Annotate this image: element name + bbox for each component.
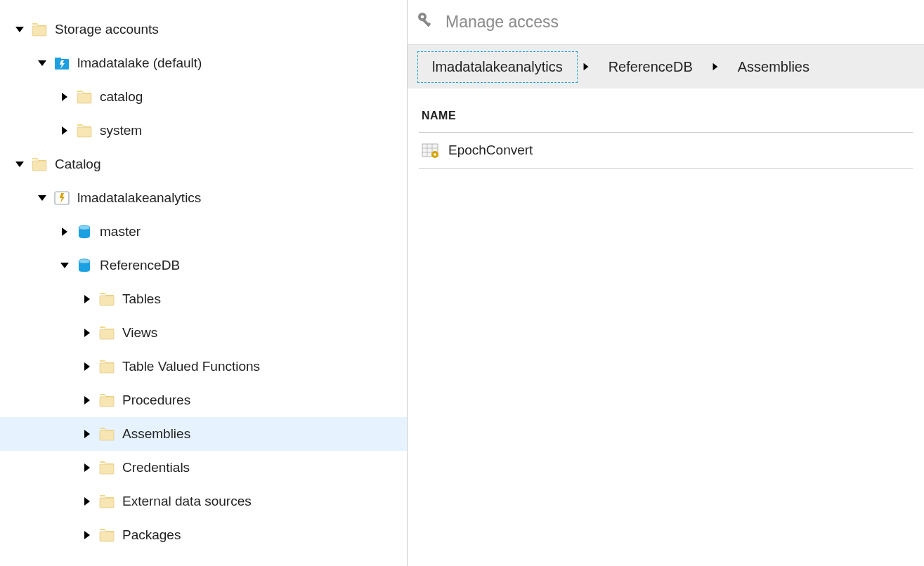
database-icon <box>76 257 93 274</box>
column-header-name[interactable]: NAME <box>422 110 456 122</box>
tree-node-storage-accounts[interactable]: Storage accounts <box>0 13 407 46</box>
chevron-right-icon[interactable] <box>79 527 96 544</box>
tree-label: master <box>100 224 141 239</box>
tree-panel: Storage accounts lmadatalake (default) c… <box>0 0 408 566</box>
folder-icon <box>98 459 115 476</box>
folder-icon <box>31 21 48 38</box>
chevron-right-icon[interactable] <box>79 426 96 442</box>
tree-label: ReferenceDB <box>100 258 180 273</box>
analytics-bolt-icon <box>53 190 70 206</box>
tree-label: External data sources <box>122 494 252 509</box>
folder-icon <box>31 156 48 173</box>
tree-node-assemblies[interactable]: Assemblies <box>0 417 407 451</box>
tree-node-lmadatalake[interactable]: lmadatalake (default) <box>0 46 407 80</box>
chevron-right-icon[interactable] <box>79 493 96 510</box>
chevron-down-icon[interactable] <box>11 156 28 173</box>
folder-icon <box>98 291 115 308</box>
tree-node-analytics-account[interactable]: lmadatalakeanalytics <box>0 181 407 215</box>
folder-icon <box>98 426 115 442</box>
table-header-row: NAME <box>419 110 913 133</box>
tree-label: lmadatalakeanalytics <box>77 190 201 206</box>
tree-node-tables[interactable]: Tables <box>0 282 407 316</box>
manage-access-button[interactable]: Manage access <box>408 0 924 45</box>
chevron-right-icon[interactable] <box>56 122 73 139</box>
folder-icon <box>76 88 93 105</box>
manage-access-label: Manage access <box>445 13 559 32</box>
key-icon <box>416 11 445 34</box>
folder-icon <box>98 392 115 409</box>
tree-label: Procedures <box>122 393 190 408</box>
tree-node-db-reference[interactable]: ReferenceDB <box>0 249 407 282</box>
tree-node-storage-catalog[interactable]: catalog <box>0 80 407 114</box>
tree-label: Table Valued Functions <box>122 359 260 374</box>
chevron-down-icon[interactable] <box>34 190 51 206</box>
tree-label: catalog <box>100 89 143 105</box>
assemblies-table: NAME EpochConvert <box>408 88 924 169</box>
chevron-right-icon[interactable] <box>79 392 96 409</box>
tree-label: Credentials <box>122 460 190 475</box>
chevron-right-icon[interactable] <box>79 358 96 375</box>
detail-panel: Manage access lmadatalakeanalytics Refer… <box>408 0 924 566</box>
tree-node-db-master[interactable]: master <box>0 215 407 249</box>
chevron-down-icon[interactable] <box>34 55 51 72</box>
tree-label: Storage accounts <box>55 22 159 37</box>
tree-label: Assemblies <box>122 426 190 442</box>
tree-node-views[interactable]: Views <box>0 316 407 350</box>
chevron-right-icon <box>707 62 724 71</box>
breadcrumb-item-database[interactable]: ReferenceDB <box>594 52 707 82</box>
tree-label: Catalog <box>55 157 101 172</box>
breadcrumb: lmadatalakeanalytics ReferenceDB Assembl… <box>408 45 924 88</box>
tree-node-ext-data-sources[interactable]: External data sources <box>0 485 407 518</box>
tree-label: system <box>100 123 142 138</box>
folder-icon <box>98 493 115 510</box>
tree-node-tvf[interactable]: Table Valued Functions <box>0 350 407 383</box>
tree-label: Packages <box>122 527 181 543</box>
chevron-down-icon[interactable] <box>11 21 28 38</box>
storage-bolt-icon <box>53 55 70 72</box>
folder-icon <box>98 358 115 375</box>
tree-node-credentials[interactable]: Credentials <box>0 451 407 485</box>
chevron-right-icon[interactable] <box>79 324 96 341</box>
folder-icon <box>98 324 115 341</box>
breadcrumb-item-account[interactable]: lmadatalakeanalytics <box>417 51 578 83</box>
database-icon <box>76 223 93 240</box>
chevron-right-icon <box>578 62 594 71</box>
chevron-right-icon[interactable] <box>79 291 96 308</box>
table-row[interactable]: EpochConvert <box>419 133 913 169</box>
chevron-right-icon[interactable] <box>56 88 73 105</box>
chevron-right-icon[interactable] <box>56 223 73 240</box>
folder-icon <box>98 527 115 544</box>
chevron-down-icon[interactable] <box>56 257 73 274</box>
tree-node-procedures[interactable]: Procedures <box>0 383 407 417</box>
chevron-right-icon[interactable] <box>79 459 96 476</box>
tree-node-storage-system[interactable]: system <box>0 114 407 147</box>
folder-icon <box>76 122 93 139</box>
tree-node-packages[interactable]: Packages <box>0 518 407 552</box>
breadcrumb-item-assemblies[interactable]: Assemblies <box>724 52 824 82</box>
tree-node-catalog-root[interactable]: Catalog <box>0 147 407 181</box>
assembly-icon <box>422 143 440 158</box>
tree-label: lmadatalake (default) <box>77 55 202 71</box>
tree-label: Tables <box>122 291 161 307</box>
tree-label: Views <box>122 325 157 341</box>
assembly-name: EpochConvert <box>448 143 533 158</box>
